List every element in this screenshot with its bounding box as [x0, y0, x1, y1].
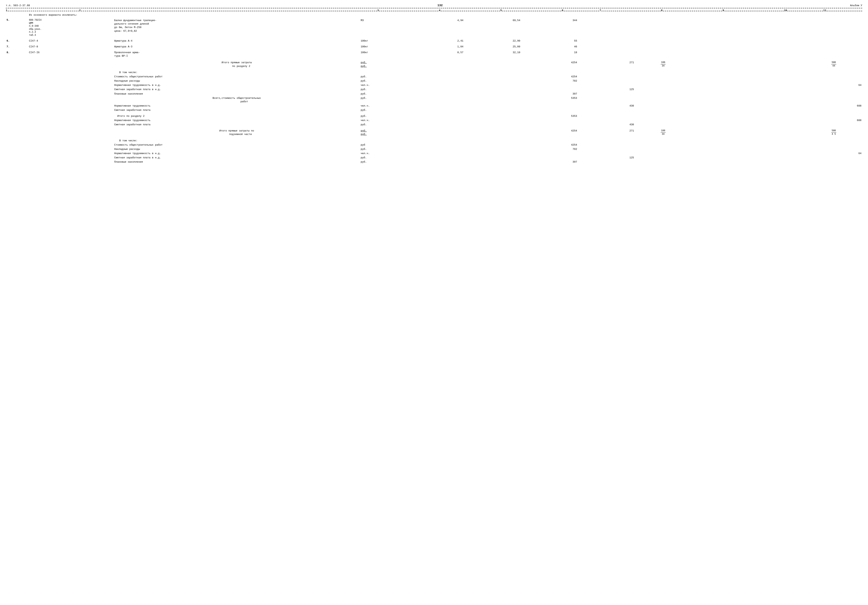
underground-detail-col11: 64	[805, 152, 862, 156]
price: 69,54	[464, 19, 521, 37]
dash-8	[663, 11, 722, 11]
col-num-8: 8	[661, 9, 663, 12]
detail-label: Плановые накопления	[113, 92, 360, 96]
quantity: 4,94	[417, 19, 464, 37]
item-description: Арматура А-4	[113, 39, 360, 43]
detail-unit: руб.	[360, 79, 417, 83]
sum-col11: 50044	[805, 60, 862, 68]
sum-col6: 4254	[521, 60, 578, 68]
underground-detail-label: Нормативная трудоемкость в н.д.	[113, 152, 360, 156]
detail-unit: руб.	[360, 87, 417, 92]
total: 46	[521, 45, 578, 49]
col11	[805, 19, 862, 37]
item-description: Проволочная арма-тура ВР-I	[113, 51, 360, 58]
dash-4	[441, 11, 500, 11]
detail-unit: руб.	[360, 92, 417, 96]
detail-unit: руб.	[360, 75, 417, 79]
detail-label: Накладные расходы	[113, 79, 360, 83]
col-num-4: 4	[439, 9, 440, 12]
underground-detail-col6: 397	[521, 160, 578, 164]
detail-col6: 5353	[521, 96, 578, 104]
item-code: CI47-8	[28, 45, 113, 49]
detail-row: Сметная заработная плата руб.	[6, 108, 862, 112]
item-description: Балки фундаментные трапецие-дального сеч…	[113, 19, 360, 37]
detail-label: Нормативная трудоемкость в н.д.	[113, 83, 360, 87]
col-num-6: 6	[562, 9, 563, 12]
detail-unit: чел.ч.	[360, 83, 417, 87]
sum-col8: 10634	[635, 60, 691, 68]
quantity: 1,84	[417, 45, 464, 49]
detail-row: Сметная заработная плата в н.д. руб. 125	[6, 87, 862, 92]
underground-detail-row: Плановые накопления руб. 397	[6, 160, 862, 164]
section2-row: Итого по разделу 2 руб. 5353	[6, 114, 862, 118]
total: 55	[521, 39, 578, 43]
dash-7	[601, 11, 660, 11]
section2-unit: руб.	[360, 122, 417, 127]
page-number: 132	[437, 4, 443, 7]
underground-detail-row: Сметная заработная плата в н.д. руб. 125	[6, 156, 862, 160]
detail-label: Нормативная трудоемкость	[113, 104, 360, 108]
item-code: 608-702I4ЦММп.9-348обш.указ.п.2.3таб.3	[28, 19, 113, 37]
page-header: т.п. 503-2-37.88 132 Альбом У	[6, 4, 862, 7]
unit: 100кг	[360, 39, 417, 43]
col-num-7: 7	[600, 9, 601, 12]
underground-detail-unit: руб.	[360, 147, 417, 152]
table-row: 7. CI47-8 Арматура А-3 100кг 1,84 25,00 …	[6, 45, 862, 49]
dash-3	[379, 11, 439, 11]
underground-col6: 4254	[521, 129, 578, 136]
detail-row: Нормативная трудоемкость чел.ч. 430 608	[6, 104, 862, 108]
table-row: 8. CI47-I6 Проволочная арма-тура ВР-I 10…	[6, 51, 862, 58]
detail-col6: 4254	[521, 75, 578, 79]
col-num-9: 9	[722, 9, 724, 12]
underground-total-row: Итого прямые затраты по подземной части …	[6, 129, 862, 136]
detail-row: Стоимость общестроительных работ руб. 42…	[6, 75, 862, 79]
section2-label: Сметная заработная плата	[113, 122, 360, 127]
album-label: Альбом У	[850, 4, 862, 7]
underground-detail-unit: руб.	[360, 160, 417, 164]
underground-unit: руб. руб.	[360, 129, 417, 136]
price: 25,00	[464, 45, 521, 49]
col7	[578, 19, 635, 37]
section-title: Из основного варианта исключить:	[29, 14, 862, 16]
unit: МЗ	[360, 19, 417, 37]
section2-label: Нормативная трудоемкость	[113, 118, 360, 122]
dash-11	[826, 11, 862, 11]
section2-row: Нормативная трудоемкость чел.ч. 608	[6, 118, 862, 122]
underground-detail-col6: 702	[521, 147, 578, 152]
underground-label: Итого прямые затраты по подземной части	[113, 129, 360, 136]
underground-detail-row: Накладные расходы руб. 702	[6, 147, 862, 152]
item-description: Арматура А-3	[113, 45, 360, 49]
dash-6	[564, 11, 599, 11]
underground-col7: 271	[578, 129, 635, 136]
summary-label: Итого прямые затраты по разделу 2	[113, 60, 360, 68]
header-divider	[6, 8, 862, 8]
detail-row: Накладные расходы руб. 702	[6, 79, 862, 83]
section2-col6: 5353	[521, 114, 578, 118]
row-number: 6.	[6, 39, 28, 43]
detail-label: Сметная заработная плата в н.д.	[113, 87, 360, 92]
detail-label: Сметная заработная плата	[113, 108, 360, 112]
col-num-1: 1	[6, 9, 7, 12]
unit: 100кг	[360, 45, 417, 49]
doc-number: т.п. 503-2-37.88	[6, 4, 30, 7]
detail-unit: руб.	[360, 96, 417, 104]
table-row: 6. CI47-4 Арматура А-4 100кг 2,41 22,90 …	[6, 39, 862, 43]
underground-detail-header: В том числе:	[6, 139, 862, 143]
row-number: 5.	[6, 19, 28, 37]
quantity: 0,57	[417, 51, 464, 58]
col9	[691, 19, 749, 37]
col10	[749, 19, 805, 37]
underground-detail-row: Стоимость общестроительных работ руб 425…	[6, 143, 862, 147]
dash-10	[787, 11, 823, 11]
underground-detail-title: В том числе:	[113, 139, 862, 143]
underground-detail-col6: 4254	[521, 143, 578, 147]
col8	[635, 19, 691, 37]
detail-col6: 397	[521, 92, 578, 96]
detail-row: Плановые накопления руб. 397	[6, 92, 862, 96]
sum-col7: 271	[578, 60, 635, 68]
price: 22,90	[464, 39, 521, 43]
summary-unit: руб. руб.	[360, 60, 417, 68]
section2-row: Сметная заработная плата руб. 430	[6, 122, 862, 127]
underground-detail-unit: руб.	[360, 156, 417, 160]
total: 344	[521, 19, 578, 37]
